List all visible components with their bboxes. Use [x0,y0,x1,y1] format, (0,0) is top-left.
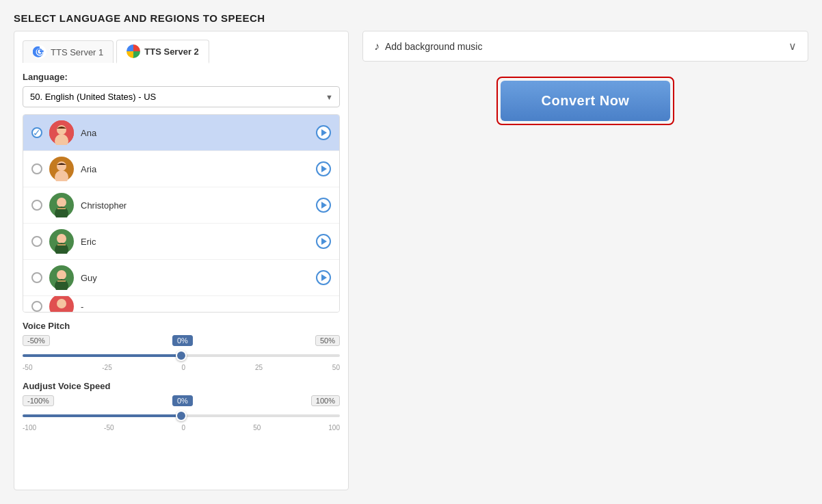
pitch-tick-min: -50 [23,364,32,371]
tts-tabs: G TTS Server 1 TTS Server 2 [14,31,348,64]
language-select[interactable]: 50. English (United States) - US [23,86,340,107]
pitch-slider-track [23,354,340,357]
right-panel: ♪ Add background music ∨ Convert Now [362,31,808,490]
speed-slider-ticks: -100 -50 0 50 100 [23,423,340,433]
speed-tick-1: -50 [104,424,114,432]
language-select-wrapper: 50. English (United States) - US ▼ [23,86,340,107]
voice-speed-title: Audjust Voice Speed [23,381,340,391]
voice-item-aria[interactable]: Aria [23,151,339,187]
voice-name-jenny: - [81,302,331,312]
tab-tts-server2-label: TTS Server 2 [144,47,199,57]
voice-name-ana: Ana [81,128,309,138]
voice-item-eric[interactable]: Eric [23,224,339,260]
play-button-guy[interactable] [316,270,331,285]
music-note-icon: ♪ [374,40,380,53]
voice-name-eric: Eric [81,237,309,247]
svg-point-7 [57,161,66,171]
voice-radio-aria [31,163,42,174]
avatar-eric [49,229,74,254]
pitch-tick-max: 50 [332,364,340,371]
voice-pitch-title: Voice Pitch [23,321,340,331]
svg-rect-12 [57,208,66,209]
speed-tick-3: 50 [253,424,261,432]
voice-item-guy[interactable]: Guy [23,260,339,296]
avatar-christopher [49,193,74,217]
voice-radio-jenny [31,301,42,312]
tab-tts-server1-label: TTS Server 1 [51,47,103,57]
pitch-max-badge: 50% [315,335,340,346]
convert-now-button[interactable]: Convert Now [501,81,671,121]
speed-tick-max: 100 [328,424,340,432]
voice-item-ana[interactable]: ✓ Ana [23,115,339,151]
speed-max-badge: 100% [311,395,340,406]
page-title: SELECT LANGUAGE AND REGIONS TO SPEECH [0,0,822,31]
pitch-slider-thumb[interactable] [176,350,187,361]
svg-rect-20 [57,280,66,282]
slider-pitch-labels: -50% 0% 50% [23,335,340,346]
convert-area: Convert Now [362,70,808,125]
left-panel: G TTS Server 1 TTS Server 2 Language: 50… [14,31,349,490]
avatar-guy [49,265,74,290]
voice-name-christopher: Christopher [81,200,309,211]
music-bar-label: Add background music [385,41,482,52]
avatar-ana [49,120,74,145]
pitch-slider-ticks: -50 -25 0 25 50 [23,362,340,373]
svg-point-14 [57,234,66,243]
voice-list: ✓ Ana [23,114,340,313]
speed-slider-track [23,414,340,417]
speed-slider-fill [23,414,181,417]
svg-point-22 [57,299,66,308]
speed-current-badge: 0% [172,395,193,406]
svg-point-18 [57,270,66,280]
voice-pitch-section: Voice Pitch -50% 0% 50% -50 -25 0 25 [23,321,340,373]
language-label: Language: [23,72,340,82]
avatar-jenny [49,296,74,313]
tab-tts-server1[interactable]: G TTS Server 1 [23,40,114,63]
voice-item-christopher[interactable]: Christopher [23,187,339,224]
speed-tick-min: -100 [23,424,36,432]
play-button-aria[interactable] [316,161,331,176]
voice-item-jenny[interactable]: - [23,296,339,313]
music-bar[interactable]: ♪ Add background music ∨ [362,31,808,62]
music-bar-left: ♪ Add background music [374,40,482,53]
pitch-current-badge: 0% [172,335,193,346]
play-button-eric[interactable] [316,234,331,249]
speed-tick-2: 0 [182,424,186,432]
slider-speed-labels: -100% 0% 100% [23,395,340,406]
svg-point-10 [57,198,66,207]
voice-radio-guy [31,272,42,283]
pitch-slider-fill [23,354,181,357]
chevron-down-icon: ∨ [788,40,797,53]
voice-name-guy: Guy [81,273,309,283]
pitch-tick-1: -25 [102,364,111,371]
pitch-min-badge: -50% [23,335,50,346]
speed-slider-thumb[interactable] [176,410,187,421]
pitch-tick-2: 0 [182,364,186,371]
convert-btn-border: Convert Now [496,77,675,125]
google-icon: G [33,45,47,59]
voice-radio-ana: ✓ [31,127,42,138]
voice-speed-section: Audjust Voice Speed -100% 0% 100% -100 -… [23,381,340,433]
pitch-tick-3: 25 [255,364,263,371]
checkmark-icon: ✓ [33,127,41,138]
play-button-christopher[interactable] [316,198,331,213]
grid-icon [127,44,140,58]
tab-tts-server2[interactable]: TTS Server 2 [116,40,209,64]
pitch-slider-wrapper[interactable] [23,349,340,362]
svg-rect-16 [57,244,66,246]
svg-text:G: G [36,47,42,57]
voice-radio-eric [31,236,42,247]
voice-name-aria: Aria [81,164,309,174]
speed-slider-wrapper[interactable] [23,409,340,423]
avatar-aria [49,157,74,181]
voice-radio-christopher [31,200,42,211]
play-button-ana[interactable] [316,125,331,140]
speed-min-badge: -100% [23,395,54,406]
